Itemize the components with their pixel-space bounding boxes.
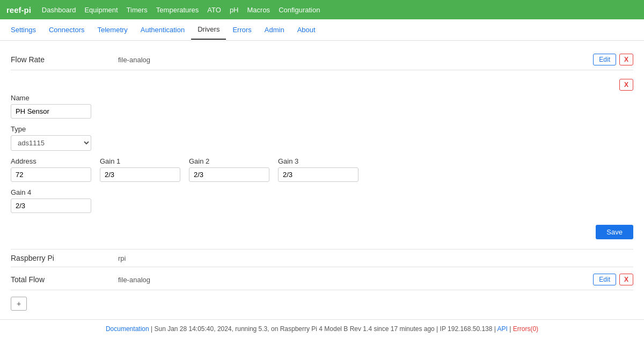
tab-drivers[interactable]: Drivers bbox=[191, 20, 226, 40]
gain4-label: Gain 4 bbox=[11, 188, 91, 196]
total-flow-actions: Edit X bbox=[593, 274, 633, 285]
gain1-group: Gain 1 bbox=[100, 157, 180, 182]
nav-equipment[interactable]: Equipment bbox=[84, 6, 118, 14]
footer: Documentation | Sun Jan 28 14:05:40, 202… bbox=[0, 319, 644, 320]
total-flow-value: file-analog bbox=[118, 276, 593, 284]
gain4-row: Gain 4 bbox=[11, 188, 633, 219]
tab-connectors[interactable]: Connectors bbox=[42, 20, 91, 39]
gain3-input[interactable] bbox=[278, 167, 358, 182]
nav-dashboard[interactable]: Dashboard bbox=[42, 6, 76, 14]
tab-about[interactable]: About bbox=[291, 20, 322, 39]
nav-macros[interactable]: Macros bbox=[247, 6, 270, 14]
raspberry-pi-label: Raspberry Pi bbox=[11, 254, 118, 262]
top-nav: reef-pi Dashboard Equipment Timers Tempe… bbox=[0, 0, 644, 19]
name-input[interactable] bbox=[11, 104, 91, 119]
gain2-label: Gain 2 bbox=[189, 157, 269, 165]
flow-rate-edit-button[interactable]: Edit bbox=[593, 54, 616, 65]
gain2-group: Gain 2 bbox=[189, 157, 269, 182]
total-flow-edit-button[interactable]: Edit bbox=[593, 274, 616, 285]
tab-telemetry[interactable]: Telemetry bbox=[91, 20, 134, 39]
gain3-label: Gain 3 bbox=[278, 157, 358, 165]
save-row: Save bbox=[11, 219, 633, 245]
address-input[interactable] bbox=[11, 167, 91, 182]
flow-rate-actions: Edit X bbox=[593, 54, 633, 65]
sub-nav: Settings Connectors Telemetry Authentica… bbox=[0, 19, 644, 41]
address-gain-row: Address Gain 1 Gain 2 Gain 3 bbox=[11, 157, 633, 188]
driver-form: X Name Type ads1115 Address Gain 1 bbox=[11, 72, 633, 249]
total-flow-delete-button[interactable]: X bbox=[619, 274, 633, 285]
type-label: Type bbox=[11, 125, 633, 133]
name-label: Name bbox=[11, 94, 633, 102]
add-driver-button[interactable]: + bbox=[11, 297, 27, 311]
flow-rate-label: Flow Rate bbox=[11, 55, 118, 64]
gain1-label: Gain 1 bbox=[100, 157, 180, 165]
nav-timers[interactable]: Timers bbox=[127, 6, 148, 14]
flow-rate-row: Flow Rate file-analog Edit X bbox=[11, 49, 633, 70]
form-delete-button[interactable]: X bbox=[619, 79, 633, 91]
tab-authentication[interactable]: Authentication bbox=[134, 20, 191, 39]
save-button[interactable]: Save bbox=[596, 225, 633, 239]
address-group: Address bbox=[11, 157, 91, 182]
brand: reef-pi bbox=[6, 5, 31, 14]
total-flow-row: Total Flow file-analog Edit X bbox=[11, 269, 633, 290]
gain4-input[interactable] bbox=[11, 199, 91, 213]
main-content: Flow Rate file-analog Edit X X Name Type… bbox=[0, 41, 644, 320]
gain2-input[interactable] bbox=[189, 167, 269, 182]
flow-rate-value: file-analog bbox=[118, 56, 593, 64]
gain4-group: Gain 4 bbox=[11, 188, 91, 213]
flow-rate-delete-button[interactable]: X bbox=[619, 54, 633, 65]
address-label: Address bbox=[11, 157, 91, 165]
raspberry-pi-row: Raspberry Pi rpi bbox=[11, 249, 633, 267]
nav-configuration[interactable]: Configuration bbox=[279, 6, 320, 14]
raspberry-pi-value: rpi bbox=[118, 254, 633, 262]
tab-settings[interactable]: Settings bbox=[4, 20, 42, 39]
nav-ph[interactable]: pH bbox=[230, 6, 239, 14]
tab-admin[interactable]: Admin bbox=[258, 20, 291, 39]
nav-temperatures[interactable]: Temperatures bbox=[156, 6, 199, 14]
total-flow-label: Total Flow bbox=[11, 275, 118, 284]
type-select[interactable]: ads1115 bbox=[11, 135, 91, 151]
gain1-input[interactable] bbox=[100, 167, 180, 182]
add-section: + bbox=[11, 297, 633, 311]
type-group: Type ads1115 bbox=[11, 125, 633, 151]
tab-errors[interactable]: Errors bbox=[226, 20, 258, 39]
nav-ato[interactable]: ATO bbox=[207, 6, 221, 14]
gain3-group: Gain 3 bbox=[278, 157, 358, 182]
name-group: Name bbox=[11, 94, 633, 119]
